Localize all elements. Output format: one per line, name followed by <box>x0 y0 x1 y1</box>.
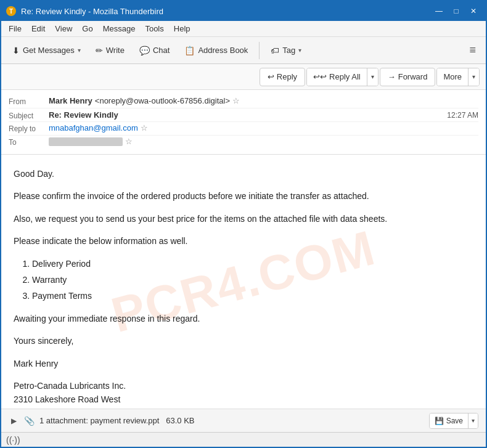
save-button-group: 💾 Save ▾ <box>429 413 478 429</box>
replyto-row: Reply to mnabafghan@gmail.com ☆ <box>9 122 478 136</box>
menu-go[interactable]: Go <box>77 23 97 35</box>
reply-icon: ↩ <box>268 72 274 81</box>
main-toolbar: ⬇ Get Messages ▾ ✏ Write 💬 Chat 📋 Addres… <box>1 37 486 64</box>
from-label: From <box>9 96 49 106</box>
list-item-1: Delivery Period <box>32 257 473 271</box>
body-paragraph2: Also, we request you to send us your bes… <box>14 212 473 226</box>
attachment-expand-button[interactable]: ▶ <box>9 415 19 426</box>
get-messages-button[interactable]: ⬇ Get Messages ▾ <box>6 41 87 60</box>
reply-all-button-group: ↩↩ Reply All ▾ <box>306 68 379 86</box>
address-book-icon: 📋 <box>184 46 195 55</box>
from-row: From Mark Henry <noreply@owa-outlook-678… <box>9 95 478 108</box>
menu-bar: File Edit View Go Message Tools Help <box>1 21 486 37</box>
write-button[interactable]: ✏ Write <box>89 41 131 60</box>
attachment-info: 1 attachment: payment review.ppt 63.0 KB <box>39 416 424 425</box>
email-header: From Mark Henry <noreply@owa-outlook-678… <box>1 90 486 155</box>
app-icon: T <box>6 6 16 16</box>
action-toolbar: ↩ Reply ↩↩ Reply All ▾ → Forward More ▾ <box>1 64 486 90</box>
more-button-group: More ▾ <box>436 68 480 86</box>
tag-button[interactable]: 🏷 Tag ▾ <box>264 41 308 60</box>
email-timestamp: 12:27 AM <box>447 111 478 120</box>
sender-email: <noreply@owa-outlook-67856.digital> <box>95 96 230 105</box>
more-dropdown-button[interactable]: ▾ <box>469 68 479 86</box>
address-book-button[interactable]: 📋 Address Book <box>178 41 254 60</box>
close-button[interactable]: ✕ <box>466 5 481 17</box>
save-icon: 💾 <box>435 417 444 425</box>
get-messages-icon: ⬇ <box>12 46 20 55</box>
window-controls: — □ ✕ <box>432 5 481 17</box>
hamburger-menu-button[interactable]: ≡ <box>464 41 481 59</box>
body-company: Petro-Canada Lubricants Inc. 2310 Lakesh… <box>14 379 473 409</box>
attachment-paperclip-icon: 📎 <box>24 416 35 426</box>
body-greeting: Good Day. <box>14 167 473 181</box>
chat-button[interactable]: 💬 Chat <box>133 41 176 60</box>
body-paragraph3: Please indicate the below information as… <box>14 234 473 248</box>
body-closing: Yours sincerely, <box>14 334 473 348</box>
sender-name: Mark Henry <box>49 96 92 105</box>
forward-icon: → <box>388 72 396 81</box>
to-value: ☆ <box>49 137 478 146</box>
replyto-email[interactable]: mnabafghan@gmail.com <box>49 123 138 132</box>
email-body: PCR4.COM Good Day. Please confirm the in… <box>1 155 486 409</box>
to-row: To ☆ <box>9 136 478 149</box>
replyto-value: mnabafghan@gmail.com ☆ <box>49 123 478 132</box>
subject-value: Re: Review Kindly <box>49 110 447 120</box>
body-list: Delivery Period Warranty Payment Terms <box>32 257 473 303</box>
menu-view[interactable]: View <box>50 23 77 35</box>
more-button[interactable]: More <box>437 68 469 86</box>
replyto-label: Reply to <box>9 123 49 133</box>
reply-button[interactable]: ↩ Reply <box>260 68 305 86</box>
reply-all-button[interactable]: ↩↩ Reply All <box>307 68 367 86</box>
main-window: T Re: Review Kindly - Mozilla Thunderbir… <box>0 0 487 448</box>
write-icon: ✏ <box>96 46 103 55</box>
status-bar: ((·)) <box>1 432 486 447</box>
save-dropdown-button[interactable]: ▾ <box>469 413 478 428</box>
body-paragraph1: Please confirm the invoice of the ordere… <box>14 189 473 203</box>
subject-row: Subject Re: Review Kindly 12:27 AM <box>9 108 478 122</box>
attachment-bar: ▶ 📎 1 attachment: payment review.ppt 63.… <box>1 409 486 432</box>
chat-icon: 💬 <box>139 46 150 55</box>
to-star-icon[interactable]: ☆ <box>125 137 133 146</box>
menu-edit[interactable]: Edit <box>27 23 50 35</box>
tag-icon: 🏷 <box>271 46 279 55</box>
from-value: Mark Henry <noreply@owa-outlook-67856.di… <box>49 96 478 105</box>
window-title: Re: Review Kindly - Mozilla Thunderbird <box>21 7 432 16</box>
menu-tools[interactable]: Tools <box>140 23 168 35</box>
body-sender-name: Mark Henry <box>14 357 473 370</box>
subject-label: Subject <box>9 110 49 120</box>
tag-dropdown-icon: ▾ <box>298 47 301 54</box>
menu-message[interactable]: Message <box>98 23 141 35</box>
forward-button[interactable]: → Forward <box>380 68 436 86</box>
list-item-3: Payment Terms <box>32 289 473 303</box>
reply-all-icon: ↩↩ <box>313 72 327 81</box>
list-item-2: Warranty <box>32 273 473 287</box>
replyto-star-icon[interactable]: ☆ <box>141 123 148 132</box>
get-messages-dropdown-icon: ▾ <box>78 47 81 54</box>
to-address-blurred <box>49 137 123 146</box>
maximize-button[interactable]: □ <box>449 5 464 17</box>
menu-help[interactable]: Help <box>169 23 195 35</box>
toolbar-separator <box>259 42 260 59</box>
reply-all-dropdown-button[interactable]: ▾ <box>367 68 378 86</box>
body-paragraph4: Awaiting your immediate response in this… <box>14 312 473 325</box>
title-bar: T Re: Review Kindly - Mozilla Thunderbir… <box>1 1 486 21</box>
wifi-icon: ((·)) <box>6 435 20 445</box>
minimize-button[interactable]: — <box>432 5 446 17</box>
to-label: To <box>9 137 49 147</box>
sender-star-icon[interactable]: ☆ <box>232 96 240 105</box>
save-button[interactable]: 💾 Save <box>430 413 469 428</box>
menu-file[interactable]: File <box>4 23 27 35</box>
email-content: Good Day. Please confirm the invoice of … <box>14 167 473 409</box>
